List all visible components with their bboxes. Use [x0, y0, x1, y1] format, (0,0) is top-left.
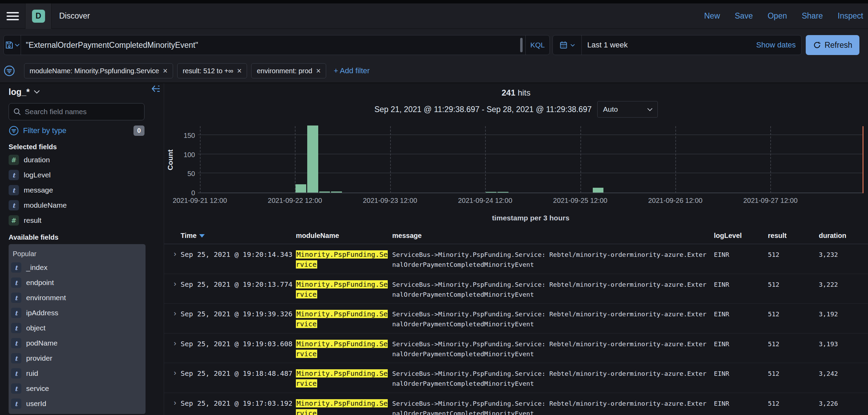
current-time-marker — [862, 126, 864, 193]
nav-link-inspect[interactable]: Inspect — [838, 11, 863, 21]
query-input[interactable] — [21, 35, 520, 55]
menu-button[interactable] — [0, 3, 25, 29]
histogram-bar[interactable] — [307, 125, 318, 193]
expand-row-button[interactable]: › — [174, 369, 181, 393]
time-range-value[interactable]: Last 1 week — [587, 41, 628, 50]
number-field-icon: # — [9, 155, 19, 165]
row-result-cell: 512 — [768, 280, 819, 304]
nav-link-new[interactable]: New — [704, 11, 720, 21]
app-logo[interactable]: D — [25, 3, 52, 29]
row-message-cell: ServiceBus->Minority.PspFunding.Service:… — [392, 250, 714, 274]
y-axis-tick-label: 0 — [168, 189, 195, 197]
row-result-cell: 512 — [768, 369, 819, 393]
table-row: ›Sep 25, 2021 @ 19:19:03.608Minority.Psp… — [164, 334, 868, 363]
query-language-button[interactable]: KQL — [525, 35, 549, 55]
row-duration-cell: 3,242 — [819, 369, 868, 393]
field-name: service — [26, 384, 49, 393]
saved-query-menu-button[interactable] — [4, 35, 21, 55]
histogram-bar[interactable] — [319, 192, 330, 193]
field-item-ipAddress[interactable]: tipAddress — [11, 305, 146, 320]
string-field-icon: t — [11, 262, 21, 273]
field-search-input[interactable] — [25, 108, 140, 116]
expand-row-button[interactable]: › — [174, 250, 181, 274]
field-item-podName[interactable]: tpodName — [11, 336, 146, 351]
filter-options-button[interactable] — [3, 65, 15, 77]
field-name: object — [26, 324, 45, 332]
string-field-icon: t — [11, 368, 21, 379]
column-header-message[interactable]: message — [392, 232, 714, 240]
collapse-sidebar-icon[interactable] — [151, 85, 160, 93]
histogram-bar[interactable] — [331, 192, 342, 193]
column-header-time[interactable]: Time — [181, 232, 296, 240]
highlighted-term: Minority.PspFunding.Service — [296, 340, 388, 358]
string-field-icon: t — [9, 185, 19, 195]
table-row: ›Sep 25, 2021 @ 19:20:13.774Minority.Psp… — [164, 274, 868, 304]
row-result-cell: 512 — [768, 250, 819, 274]
expand-row-button[interactable]: › — [174, 339, 181, 363]
sidebar: log_* Filter by type 0 Selected fields — [0, 83, 164, 415]
nav-link-open[interactable]: Open — [768, 11, 787, 21]
calendar-icon — [559, 41, 568, 49]
column-header-duration[interactable]: duration — [819, 232, 868, 240]
field-item-result[interactable]: #result — [9, 213, 164, 228]
field-item-duration[interactable]: #duration — [9, 152, 164, 167]
field-item-provider[interactable]: tprovider — [11, 351, 146, 366]
y-gridline — [198, 134, 864, 135]
query-bar: KQL — [3, 35, 550, 55]
show-dates-button[interactable]: Show dates — [756, 41, 796, 50]
histogram-bar[interactable] — [296, 184, 307, 193]
string-field-icon: t — [11, 383, 21, 394]
row-duration-cell: 3,192 — [819, 309, 868, 333]
string-field-icon: t — [11, 398, 21, 409]
field-item-ruid[interactable]: truid — [11, 366, 146, 381]
row-loglevel-cell: EINR — [714, 369, 768, 393]
nav-link-save[interactable]: Save — [735, 11, 753, 21]
histogram-bar[interactable] — [497, 192, 508, 193]
table-row: ›Sep 25, 2021 @ 19:19:39.326Minority.Psp… — [164, 304, 868, 334]
row-time-cell: Sep 25, 2021 @ 19:19:39.326 — [181, 309, 296, 333]
index-pattern-selector[interactable]: log_* — [9, 86, 164, 98]
field-item-service[interactable]: tservice — [11, 381, 146, 396]
x-axis-tick-label: 2021-09-26 12:00 — [637, 197, 713, 205]
query-row: KQL Last 1 week Show dates — [3, 35, 865, 55]
field-item-logLevel[interactable]: tlogLevel — [9, 167, 164, 183]
hits-line: 241 hits — [164, 88, 868, 98]
filter-pill[interactable]: environment: prod× — [251, 63, 326, 78]
row-message-cell: ServiceBus->Minority.PspFunding.Service:… — [392, 398, 714, 415]
field-item-userId[interactable]: tuserId — [11, 396, 146, 411]
interval-select[interactable]: Auto — [597, 101, 658, 118]
refresh-button[interactable]: Refresh — [806, 35, 859, 55]
chevron-down-icon — [15, 43, 20, 47]
field-item-object[interactable]: tobject — [11, 320, 146, 336]
field-item-message[interactable]: tmessage — [9, 183, 164, 198]
save-query-icon — [5, 41, 14, 50]
filter-pill[interactable]: moduleName: Minority.Pspfunding.Service× — [24, 63, 173, 78]
query-drag-handle[interactable] — [520, 38, 523, 52]
field-item-environment[interactable]: tenvironment — [11, 290, 146, 305]
histogram-bar[interactable] — [486, 192, 497, 193]
expand-row-button[interactable]: › — [174, 280, 181, 304]
column-header-loglevel[interactable]: logLevel — [714, 232, 768, 240]
expand-row-button[interactable]: › — [174, 309, 181, 333]
quick-select-button[interactable] — [553, 35, 582, 55]
column-header-modulename[interactable]: moduleName — [296, 232, 392, 240]
remove-filter-icon[interactable]: × — [316, 67, 321, 75]
filter-pill[interactable]: result: 512 to +∞× — [177, 63, 247, 78]
histogram-chart: Count 050100150 2021-09-21 12:002021-09-… — [164, 126, 868, 229]
field-item-moduleName[interactable]: tmoduleName — [9, 198, 164, 213]
field-name: moduleName — [24, 201, 67, 209]
expand-row-button[interactable]: › — [174, 398, 181, 415]
column-header-result[interactable]: result — [768, 232, 819, 240]
histogram-bar[interactable] — [593, 188, 604, 193]
x-gridline — [200, 126, 201, 193]
nav-link-share[interactable]: Share — [802, 11, 823, 21]
remove-filter-icon[interactable]: × — [237, 67, 242, 75]
filter-by-type-button[interactable]: Filter by type 0 — [9, 124, 144, 138]
row-loglevel-cell: EINR — [714, 309, 768, 333]
add-filter-button[interactable]: + Add filter — [334, 66, 370, 75]
remove-filter-icon[interactable]: × — [163, 67, 167, 75]
table-header: Time moduleName message logLevel result … — [164, 228, 868, 244]
field-item-endpoint[interactable]: tendpoint — [11, 275, 146, 290]
popular-fields-list: t_indextendpointtenvironmenttipAddressto… — [11, 260, 146, 411]
field-item-_index[interactable]: t_index — [11, 260, 146, 275]
